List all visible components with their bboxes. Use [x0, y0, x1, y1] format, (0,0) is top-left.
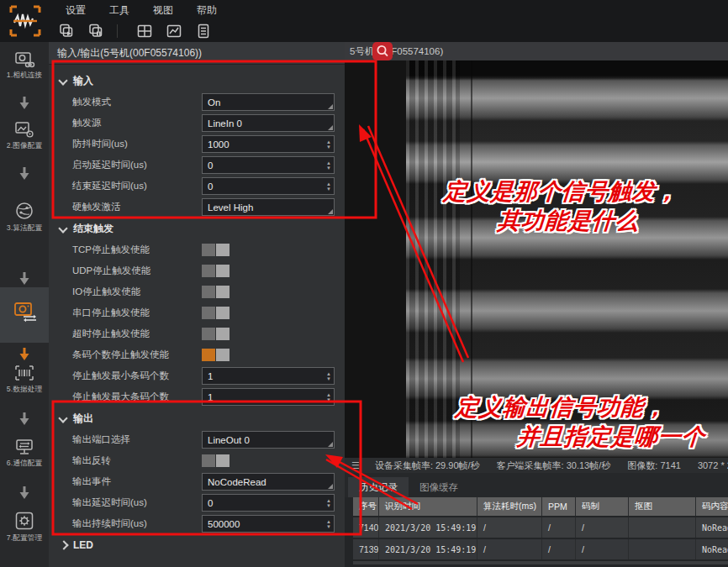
spinner-value: 1	[208, 371, 213, 381]
io-settings-panel: 输入/输出(5号机(00F05574106)) 输入 触发模式 On 触发源 L…	[49, 42, 345, 567]
field-label: 硬触发激活	[72, 201, 202, 213]
control-cell	[202, 325, 335, 343]
step-arrow-icon	[18, 166, 30, 181]
sidebar-item-io-config-active[interactable]	[0, 287, 49, 343]
layout-grid-icon[interactable]	[134, 22, 156, 40]
menu-settings[interactable]: 设置	[54, 3, 98, 18]
table-row[interactable]: 7140 2021/3/20 15:49:19:574 / / / NoRead	[353, 517, 728, 538]
barcode-count-stop-trigger-toggle[interactable]	[202, 349, 229, 361]
tcp-stop-trigger-toggle[interactable]	[202, 244, 229, 256]
field-row: 硬触发激活 Level High	[49, 197, 345, 218]
spinner-arrows[interactable]: ▲▼	[326, 495, 331, 511]
trigger-source-dropdown[interactable]: LineIn 0	[202, 114, 335, 132]
field-label: 输出事件	[72, 475, 202, 488]
cell-recognition-time: 2021/3/20 15:49:19:574	[379, 517, 477, 538]
field-row: 串口停止触发使能	[49, 302, 345, 323]
status-bar: ☰ 设备采集帧率: 29.90帧/秒 客户端采集帧率: 30.13帧/秒 图像数…	[345, 458, 728, 473]
output-invert-toggle[interactable]	[202, 454, 229, 467]
device-fps: 设备采集帧率: 29.90帧/秒	[367, 459, 488, 472]
field-label: TCP停止触发使能	[72, 244, 202, 256]
section-led[interactable]: LED	[49, 534, 345, 556]
toolbar	[0, 20, 728, 42]
output-port-dropdown[interactable]: LineOut 0	[202, 431, 335, 449]
col-ppm[interactable]: PPM	[542, 497, 576, 516]
tab-history[interactable]: 历史记录	[348, 477, 409, 497]
udp-stop-trigger-toggle[interactable]	[202, 265, 229, 277]
spinner-arrows[interactable]: ▲▼	[326, 136, 331, 152]
end-delay-spinner[interactable]: 0▲▼	[202, 177, 335, 195]
menu-view[interactable]: 视图	[141, 3, 185, 18]
section-input[interactable]: 输入	[49, 70, 345, 92]
field-label: 条码个数停止触发使能	[72, 349, 202, 361]
dropdown-value: On	[208, 97, 220, 108]
gear-box-icon	[13, 510, 35, 532]
step-arrow-icon	[18, 412, 30, 426]
algorithm-globe-icon	[13, 200, 35, 222]
camera-view-title: 5号机 (00F05574106)	[345, 42, 728, 60]
section-title: LED	[73, 539, 93, 551]
spinner-arrows[interactable]: ▲▼	[326, 368, 331, 384]
sidebar-item-config-management[interactable]: 7.配置管理	[0, 510, 49, 543]
col-code-type[interactable]: 码制	[576, 497, 629, 516]
field-label: 串口停止触发使能	[72, 307, 202, 319]
field-label: IO停止触发使能	[72, 286, 202, 298]
spinner-arrows[interactable]: ▲▼	[326, 389, 331, 405]
pause-acquisition-icon[interactable]	[85, 22, 107, 40]
sidebar-item-algorithm-config[interactable]: 3.算法配置	[0, 200, 49, 234]
field-label: 停止触发最大条码个数	[72, 391, 202, 403]
status-menu-icon[interactable]: ☰	[351, 460, 360, 471]
spinner-arrows[interactable]: ▲▼	[326, 178, 331, 194]
chevron-down-icon	[60, 415, 66, 422]
spinner-value: 500000	[208, 519, 240, 529]
debounce-time-spinner[interactable]: 1000▲▼	[202, 135, 335, 153]
field-label: 输出持续时间(us)	[72, 517, 202, 530]
cell-code-type: /	[576, 539, 629, 559]
chart-icon[interactable]	[163, 22, 185, 40]
section-end-trigger[interactable]: 结束触发	[49, 218, 345, 239]
field-row: 输出延迟时间(us) 0▲▼	[49, 492, 345, 513]
col-algorithm-time[interactable]: 算法耗时(ms)	[477, 497, 542, 516]
cell-ppm: /	[542, 517, 576, 538]
menu-tools[interactable]: 工具	[98, 3, 141, 18]
section-output[interactable]: 输出	[49, 407, 345, 429]
tab-image-cache[interactable]: 图像缓存	[409, 477, 469, 497]
max-barcode-count-spinner[interactable]: 1▲▼	[202, 388, 335, 406]
serial-stop-trigger-toggle[interactable]	[202, 307, 229, 319]
spinner-arrows[interactable]: ▲▼	[326, 516, 331, 532]
camera-image-slats	[406, 60, 460, 458]
field-row: 输出持续时间(us) 500000▲▼	[49, 513, 345, 534]
trigger-mode-dropdown[interactable]: On	[202, 93, 335, 111]
hard-trigger-activation-dropdown[interactable]: Level High	[202, 198, 335, 216]
spinner-arrows[interactable]: ▲▼	[326, 157, 331, 173]
io-stop-trigger-toggle[interactable]	[202, 286, 229, 298]
log-list-icon[interactable]	[193, 22, 214, 40]
field-label: 输出反转	[72, 454, 202, 467]
annotation-note2-line1: 定义输出信号功能，	[455, 392, 669, 423]
sidebar-item-communication-config[interactable]: 6.通信配置	[0, 437, 49, 469]
col-index[interactable]: 序号	[353, 497, 379, 516]
timeout-stop-trigger-toggle[interactable]	[202, 328, 229, 340]
col-code-content[interactable]: 码内容	[696, 497, 728, 516]
history-tab-bar: 历史记录 图像缓存	[345, 473, 728, 497]
camera-live-view[interactable]: 定义是那个信号触发， 其功能是什么 定义输出信号功能， 并且指定是哪一个	[345, 60, 728, 458]
start-delay-spinner[interactable]: 0▲▼	[202, 156, 335, 174]
output-event-dropdown[interactable]: NoCodeRead	[202, 473, 335, 491]
field-label: 结束延迟时间(us)	[72, 180, 202, 192]
sidebar-item-camera-connect[interactable]: 1.相机连接	[0, 49, 49, 81]
start-acquisition-icon[interactable]	[55, 22, 77, 40]
output-duration-spinner[interactable]: 500000▲▼	[202, 515, 335, 533]
col-crop[interactable]: 抠图	[629, 497, 696, 516]
min-barcode-count-spinner[interactable]: 1▲▼	[202, 367, 335, 385]
field-label: 触发源	[72, 117, 202, 129]
menu-help[interactable]: 帮助	[185, 3, 229, 18]
col-recognition-time[interactable]: 识别时间	[379, 497, 477, 516]
cell-ppm: /	[542, 539, 576, 559]
cell-algorithm-time: /	[477, 539, 542, 559]
sidebar-label: 5.数据处理	[2, 385, 46, 395]
output-delay-spinner[interactable]: 0▲▼	[202, 494, 335, 512]
sidebar-label: 2.图像配置	[2, 141, 46, 151]
sidebar-item-image-config[interactable]: 2.图像配置	[0, 119, 49, 151]
sidebar-item-data-processing[interactable]: 5.数据处理	[0, 363, 49, 395]
step-arrow-icon	[18, 96, 30, 110]
table-row[interactable]: 7139 2021/3/20 15:49:19:544 / / / NoRead	[353, 539, 728, 559]
